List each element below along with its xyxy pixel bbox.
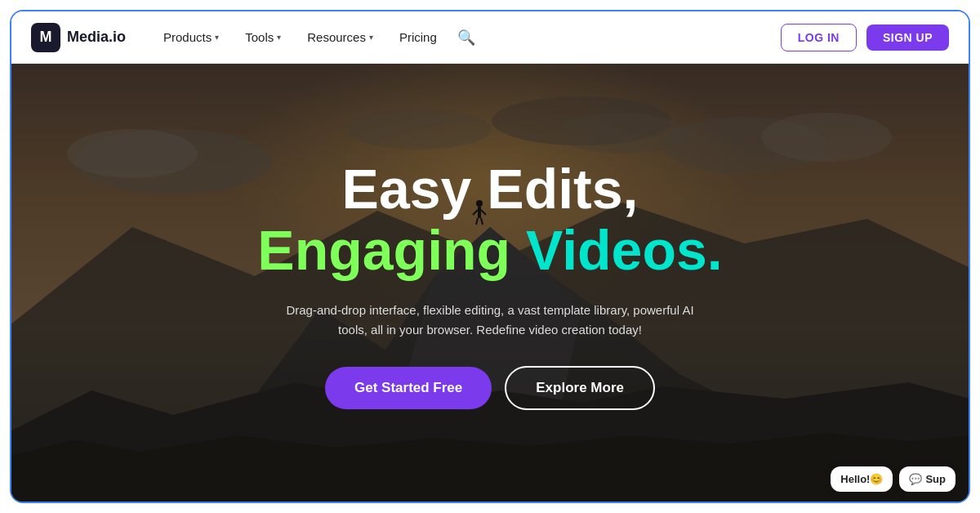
search-icon[interactable]: 🔍 [455, 26, 478, 49]
chat-support-widget[interactable]: 💬 Sup [899, 466, 956, 492]
explore-more-button[interactable]: Explore More [505, 366, 655, 410]
nav-pricing-label: Pricing [399, 30, 437, 44]
chevron-down-icon: ▾ [369, 33, 373, 42]
chat-widgets: Hello!😊 💬 Sup [831, 466, 956, 492]
nav-tools-label: Tools [245, 30, 274, 44]
page-wrapper: M Media.io Products ▾ Tools ▾ Resources … [10, 10, 970, 503]
hero-subtitle: Drag-and-drop interface, flexible editin… [278, 301, 702, 340]
nav-right: LOG IN SIGN UP [781, 24, 949, 51]
chat-support-label: Sup [925, 473, 946, 485]
chat-hello-widget[interactable]: Hello!😊 [831, 466, 893, 492]
hero-title-line2: Engaging Videos. [257, 220, 722, 281]
nav-products-label: Products [163, 30, 212, 44]
chat-hello-label: Hello!😊 [840, 473, 883, 485]
logo-link[interactable]: M Media.io [31, 23, 126, 52]
nav-tools[interactable]: Tools ▾ [234, 24, 292, 51]
get-started-button[interactable]: Get Started Free [325, 367, 492, 409]
nav-products[interactable]: Products ▾ [152, 24, 230, 51]
hero-title-line1: Easy Edits, [257, 158, 722, 220]
hero-buttons: Get Started Free Explore More [257, 366, 722, 410]
logo-icon: M [31, 23, 60, 52]
login-button[interactable]: LOG IN [781, 24, 857, 51]
nav-resources-label: Resources [307, 30, 366, 44]
signup-button[interactable]: SIGN UP [866, 25, 949, 51]
nav-items: Products ▾ Tools ▾ Resources ▾ Pricing 🔍 [152, 24, 781, 51]
chevron-down-icon: ▾ [277, 33, 281, 42]
nav-resources[interactable]: Resources ▾ [296, 24, 385, 51]
hero-section: Easy Edits, Engaging Videos. Drag-and-dr… [11, 64, 969, 503]
navbar: M Media.io Products ▾ Tools ▾ Resources … [11, 11, 969, 64]
chat-support-icon: 💬 [909, 473, 922, 485]
nav-pricing[interactable]: Pricing [388, 24, 448, 51]
logo-text: Media.io [67, 29, 126, 46]
hero-content: Easy Edits, Engaging Videos. Drag-and-dr… [225, 158, 755, 410]
hero-title-videos: Videos. [526, 219, 723, 281]
hero-title-engaging: Engaging [257, 219, 526, 281]
chevron-down-icon: ▾ [215, 33, 219, 42]
